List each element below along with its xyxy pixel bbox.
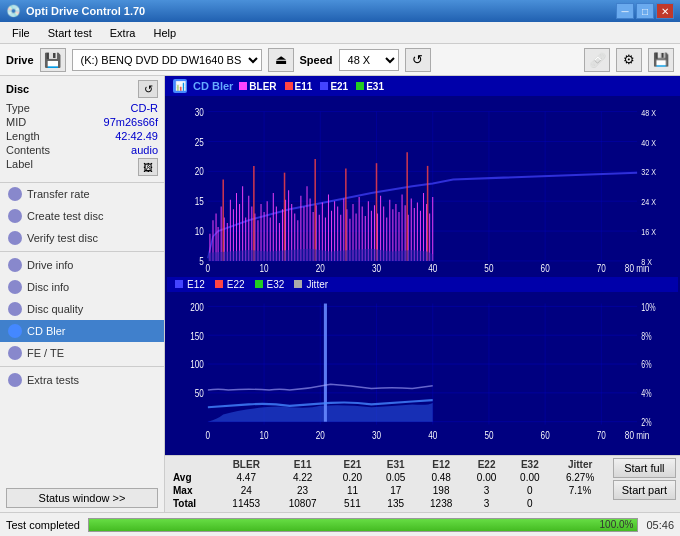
- minimize-button[interactable]: ─: [616, 3, 634, 19]
- disc-header: Disc ↺: [6, 80, 158, 98]
- stats-header-row: BLER E11 E21 E31 E12 E22 E32 Jitter: [169, 458, 609, 471]
- legend-dot-e32: [255, 280, 263, 288]
- col-header-bler: BLER: [218, 458, 274, 471]
- stats-total-label: Total: [169, 497, 218, 510]
- col-header-e31: E31: [374, 458, 417, 471]
- stats-total-bler: 11453: [218, 497, 274, 510]
- chart-top-svg: 30 25 20 15 10 5 0 10 20 30 40 50: [167, 98, 678, 275]
- stats-total-e21: 511: [331, 497, 374, 510]
- progress-bar: 100.0%: [88, 518, 638, 532]
- stats-avg-label: Avg: [169, 471, 218, 484]
- svg-text:8 X: 8 X: [641, 256, 652, 267]
- sidebar-item-disc-info[interactable]: Disc info: [0, 276, 164, 298]
- sidebar-label-drive-info: Drive info: [27, 259, 73, 271]
- start-full-button[interactable]: Start full: [613, 458, 676, 478]
- erase-button[interactable]: 🩹: [584, 48, 610, 72]
- main-area: Disc ↺ Type CD-R MID 97m26s66f Length 42…: [0, 76, 680, 512]
- drive-label: Drive: [6, 54, 34, 66]
- legend-e32: E32: [255, 279, 285, 290]
- disc-label-label: Label: [6, 158, 33, 176]
- status-window-button[interactable]: Status window >>: [6, 488, 158, 508]
- disc-type-row: Type CD-R: [6, 102, 158, 114]
- sidebar-item-extra-tests[interactable]: Extra tests: [0, 369, 164, 391]
- menu-extra[interactable]: Extra: [102, 25, 144, 41]
- legend-e12: E12: [175, 279, 205, 290]
- svg-text:200: 200: [190, 300, 204, 313]
- col-header-e22: E22: [465, 458, 508, 471]
- svg-text:10: 10: [260, 428, 269, 441]
- svg-text:25: 25: [195, 135, 204, 147]
- sidebar-item-cd-bler[interactable]: CD Bler: [0, 320, 164, 342]
- sidebar-item-verify-test-disc[interactable]: Verify test disc: [0, 227, 164, 249]
- disc-mid-row: MID 97m26s66f: [6, 116, 158, 128]
- charts-container: 30 25 20 15 10 5 0 10 20 30 40 50: [165, 96, 680, 455]
- legend-bler: BLER: [239, 81, 276, 92]
- svg-text:50: 50: [195, 386, 204, 399]
- disc-refresh-button[interactable]: ↺: [138, 80, 158, 98]
- disc-contents-value: audio: [131, 144, 158, 156]
- maximize-button[interactable]: □: [636, 3, 654, 19]
- sidebar-item-drive-info[interactable]: Drive info: [0, 254, 164, 276]
- svg-text:48 X: 48 X: [641, 107, 656, 118]
- stats-avg-e21: 0.20: [331, 471, 374, 484]
- menu-file[interactable]: File: [4, 25, 38, 41]
- stats-avg-e22: 0.00: [465, 471, 508, 484]
- app-title: Opti Drive Control 1.70: [26, 5, 145, 17]
- refresh-button[interactable]: ↺: [405, 48, 431, 72]
- legend-dot-e31: [356, 82, 364, 90]
- stats-avg-jitter: 6.27%: [551, 471, 608, 484]
- stats-total-row: Total 11453 10807 511 135 1238 3 0: [169, 497, 609, 510]
- svg-text:15: 15: [195, 195, 204, 207]
- sidebar-item-create-test-disc[interactable]: Create test disc: [0, 205, 164, 227]
- chart-top: 30 25 20 15 10 5 0 10 20 30 40 50: [167, 98, 678, 275]
- stats-max-e22: 3: [465, 484, 508, 497]
- speed-select[interactable]: 48 X: [339, 49, 399, 71]
- close-button[interactable]: ✕: [656, 3, 674, 19]
- stats-max-e32: 0: [508, 484, 551, 497]
- stats-total-jitter: [551, 497, 608, 510]
- save-button[interactable]: 💾: [648, 48, 674, 72]
- start-part-button[interactable]: Start part: [613, 480, 676, 500]
- drive-icon: 💾: [40, 48, 66, 72]
- svg-text:100: 100: [190, 357, 204, 370]
- disc-type-label: Type: [6, 102, 30, 114]
- stats-bar: BLER E11 E21 E31 E12 E22 E32 Jitter Avg …: [165, 455, 680, 512]
- title-bar-left: 💿 Opti Drive Control 1.70: [6, 4, 145, 18]
- legend-jitter: Jitter: [294, 279, 328, 290]
- legend-dot-bler: [239, 82, 247, 90]
- menu-bar: File Start test Extra Help: [0, 22, 680, 44]
- verify-test-disc-icon: [8, 231, 22, 245]
- settings-button[interactable]: ⚙: [616, 48, 642, 72]
- sidebar-item-fe-te[interactable]: FE / TE: [0, 342, 164, 364]
- stats-max-e31: 17: [374, 484, 417, 497]
- sidebar: Disc ↺ Type CD-R MID 97m26s66f Length 42…: [0, 76, 165, 512]
- status-text: Test completed: [6, 519, 80, 531]
- stats-table: BLER E11 E21 E31 E12 E22 E32 Jitter Avg …: [169, 458, 609, 510]
- svg-text:4%: 4%: [641, 387, 652, 399]
- progress-text: 100.0%: [600, 519, 634, 531]
- svg-text:40: 40: [428, 262, 437, 274]
- legend-e21: E21: [320, 81, 348, 92]
- disc-label-button[interactable]: 🖼: [138, 158, 158, 176]
- disc-section-title: Disc: [6, 83, 29, 95]
- disc-mid-value: 97m26s66f: [104, 116, 158, 128]
- sidebar-label-cd-bler: CD Bler: [27, 325, 66, 337]
- drive-select[interactable]: (K:) BENQ DVD DD DW1640 BSRB: [72, 49, 262, 71]
- disc-section: Disc ↺ Type CD-R MID 97m26s66f Length 42…: [0, 76, 164, 183]
- stats-max-row: Max 24 23 11 17 198 3 0 7.1%: [169, 484, 609, 497]
- eject-button[interactable]: ⏏: [268, 48, 294, 72]
- svg-text:5: 5: [199, 255, 204, 267]
- sidebar-item-transfer-rate[interactable]: Transfer rate: [0, 183, 164, 205]
- stats-avg-row: Avg 4.47 4.22 0.20 0.05 0.48 0.00 0.00 6…: [169, 471, 609, 484]
- stats-total-e31: 135: [374, 497, 417, 510]
- col-header-blank: [169, 458, 218, 471]
- menu-start-test[interactable]: Start test: [40, 25, 100, 41]
- chart-bottom: E12 E22 E32 Jitter: [167, 277, 678, 454]
- stats-max-bler: 24: [218, 484, 274, 497]
- col-header-e12: E12: [417, 458, 465, 471]
- svg-text:50: 50: [484, 428, 493, 441]
- sidebar-item-disc-quality[interactable]: Disc quality: [0, 298, 164, 320]
- menu-help[interactable]: Help: [145, 25, 184, 41]
- stats-avg-bler: 4.47: [218, 471, 274, 484]
- fe-te-icon: [8, 346, 22, 360]
